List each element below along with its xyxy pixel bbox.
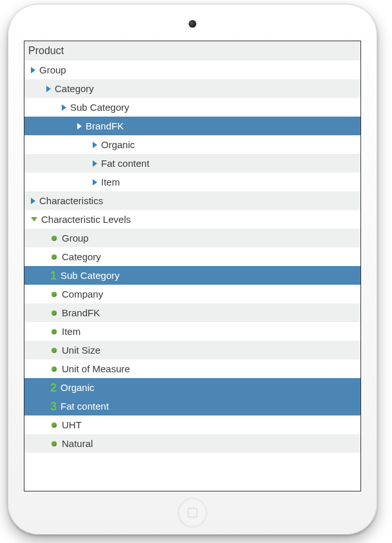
tree-row-label: Company (62, 285, 360, 303)
tree-row[interactable]: 2Organic (24, 378, 360, 397)
home-button[interactable] (178, 498, 207, 528)
tree-row-label: Characteristic Levels (41, 210, 360, 229)
tree-header[interactable]: Product (24, 41, 360, 61)
tablet-frame: Product GroupCategorySub CategoryBrandFK… (8, 4, 377, 535)
tree-row-label: Category (62, 247, 360, 266)
expand-arrow-icon (93, 160, 97, 167)
tree-row[interactable]: Natural (24, 434, 360, 453)
bullet-icon (51, 292, 57, 297)
tree-row[interactable]: BrandFK (24, 303, 360, 322)
expand-arrow-icon (93, 179, 97, 186)
tree-row[interactable]: Group (24, 229, 360, 247)
tree-row[interactable]: Sub Category (24, 98, 360, 117)
collapse-arrow-icon (31, 217, 37, 222)
tree-row-label: Item (62, 322, 360, 341)
tree-row-label: Sub Category (70, 98, 360, 117)
tree-row-label: Category (55, 79, 360, 98)
tree-row[interactable]: 1Sub Category (24, 266, 360, 285)
tree-row-label: BrandFK (86, 117, 360, 135)
tree-row[interactable]: Company (24, 285, 360, 303)
tree-row-label: Organic (101, 135, 360, 154)
tree-row-label: Fat content (61, 397, 360, 415)
tree-row[interactable]: Characteristics (24, 191, 360, 210)
tree-row-label: Organic (61, 378, 360, 397)
rank-number: 3 (49, 401, 58, 412)
camera-icon (189, 20, 196, 28)
tree-row[interactable]: Unit Size (24, 341, 360, 359)
tree-body: GroupCategorySub CategoryBrandFKOrganicF… (24, 61, 360, 453)
tree-header-label: Product (28, 41, 360, 61)
tree-row[interactable]: Characteristic Levels (24, 210, 360, 229)
tree-row-label: Sub Category (61, 266, 360, 285)
tree-row[interactable]: 3Fat content (24, 397, 360, 415)
screen: Product GroupCategorySub CategoryBrandFK… (24, 41, 361, 491)
tree-row[interactable]: Fat content (24, 154, 360, 173)
tree-row-label: BrandFK (62, 303, 360, 322)
tree-row[interactable]: Unit of Measure (24, 359, 360, 378)
rank-number: 1 (49, 270, 58, 281)
tree-row[interactable]: BrandFK (24, 117, 360, 135)
tree-row-label: Characteristics (39, 191, 360, 210)
tree-row[interactable]: UHT (24, 415, 360, 434)
tree-row[interactable]: Item (24, 322, 360, 341)
expand-arrow-icon (62, 104, 66, 111)
tree-row[interactable]: Organic (24, 135, 360, 154)
tree-row[interactable]: Category (24, 247, 360, 266)
expand-arrow-icon (31, 198, 35, 204)
tree-row-label: Unit Size (62, 341, 360, 359)
bullet-icon (51, 310, 57, 316)
bullet-icon (51, 236, 57, 241)
tree-row-label: Item (101, 173, 360, 191)
tree-row-label: Unit of Measure (62, 359, 360, 378)
tree-row[interactable]: Category (24, 79, 360, 98)
expand-arrow-icon (31, 67, 35, 73)
bullet-icon (51, 348, 57, 353)
tree-row[interactable]: Group (24, 61, 360, 79)
bullet-icon (51, 423, 57, 428)
rank-number: 2 (49, 382, 58, 394)
expand-arrow-icon (93, 142, 97, 148)
tree-row[interactable]: Item (24, 173, 360, 191)
tree-row-label: Group (39, 61, 360, 79)
tree-row-label: Group (62, 229, 360, 247)
expand-arrow-icon (77, 123, 82, 129)
home-icon (187, 508, 198, 518)
tree-row-label: UHT (62, 415, 360, 434)
bullet-icon (51, 329, 57, 334)
bullet-icon (51, 441, 57, 446)
expand-arrow-icon (46, 86, 51, 92)
bullet-icon (51, 367, 57, 372)
bullet-icon (51, 254, 57, 260)
tree-row-label: Fat content (101, 154, 360, 173)
tree-row-label: Natural (62, 434, 360, 453)
